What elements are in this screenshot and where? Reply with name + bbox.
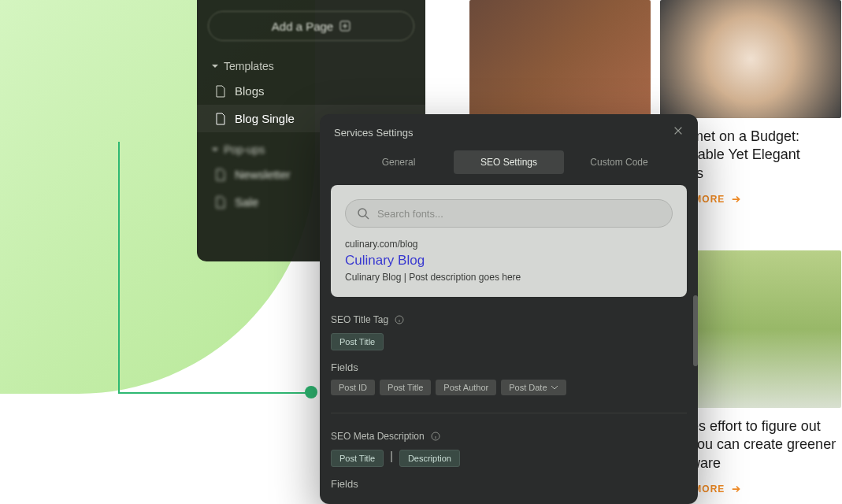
- chevron-down-icon: [211, 62, 219, 70]
- plus-icon: [339, 20, 351, 32]
- selected-chips: Post Title: [331, 333, 687, 350]
- divider: [331, 413, 687, 413]
- seo-meta-label: SEO Meta Description: [331, 431, 687, 442]
- sidebar-item-blogs[interactable]: Blogs: [197, 77, 425, 105]
- close-button[interactable]: [673, 125, 684, 139]
- preview-title: Culinary Blog: [345, 253, 673, 269]
- chip-description[interactable]: Description: [399, 450, 460, 467]
- fields-label: Fields: [331, 361, 687, 373]
- article-image: [660, 0, 841, 118]
- settings-tabs: General SEO Settings Custom Code: [320, 150, 698, 174]
- arrow-right-icon: [731, 194, 742, 205]
- chevron-down-icon: [551, 384, 558, 391]
- selected-chips: Post Title | Description: [331, 450, 687, 467]
- seo-meta-section: SEO Meta Description Post Title | Descri…: [331, 431, 687, 493]
- tab-seo-settings[interactable]: SEO Settings: [454, 150, 564, 174]
- page-icon: [214, 196, 227, 209]
- field-chip[interactable]: Post Author: [436, 380, 496, 395]
- chip-post-title[interactable]: Post Title: [331, 333, 384, 350]
- seo-preview-card: Search fonts... culinary.com/blog Culina…: [331, 185, 687, 297]
- chip-post-title[interactable]: Post Title: [331, 450, 384, 467]
- scrollbar[interactable]: [693, 295, 698, 366]
- svg-point-1: [358, 209, 366, 217]
- tab-custom-code[interactable]: Custom Code: [564, 150, 674, 174]
- available-fields: Post ID Post Title Post Author Post Date: [331, 380, 687, 395]
- search-input[interactable]: Search fonts...: [345, 199, 673, 228]
- info-icon[interactable]: [431, 432, 440, 441]
- field-chip[interactable]: Post ID: [331, 380, 375, 395]
- chip-separator: |: [388, 450, 395, 467]
- field-chip[interactable]: Post Title: [380, 380, 431, 395]
- panel-body: Search fonts... culinary.com/blog Culina…: [320, 174, 698, 493]
- page-icon: [214, 85, 227, 98]
- panel-header: Services Settings: [320, 114, 698, 150]
- preview-description: Culinary Blog | Post description goes he…: [345, 272, 673, 283]
- fields-label: Fields: [331, 478, 687, 490]
- tab-general[interactable]: General: [343, 150, 454, 174]
- article-image: [469, 0, 651, 118]
- add-page-button[interactable]: Add a Page: [208, 11, 414, 41]
- seo-title-section: SEO Title Tag Post Title Fields Post ID …: [331, 314, 687, 395]
- arrow-right-icon: [731, 484, 742, 495]
- chevron-down-icon: [211, 146, 219, 154]
- bracket-dot: [305, 386, 317, 398]
- close-icon: [673, 125, 684, 136]
- templates-section-toggle[interactable]: Templates: [197, 55, 425, 77]
- seo-title-label: SEO Title Tag: [331, 314, 687, 325]
- page-icon: [214, 113, 227, 125]
- info-icon[interactable]: [395, 315, 404, 324]
- page-icon: [214, 169, 227, 181]
- search-placeholder: Search fonts...: [377, 208, 443, 220]
- article-card: [469, 0, 651, 118]
- field-chip-dropdown[interactable]: Post Date: [501, 380, 566, 395]
- services-settings-panel: Services Settings General SEO Settings C…: [320, 114, 698, 504]
- search-icon: [357, 207, 369, 220]
- panel-title: Services Settings: [334, 127, 413, 139]
- preview-url: culinary.com/blog: [345, 239, 673, 250]
